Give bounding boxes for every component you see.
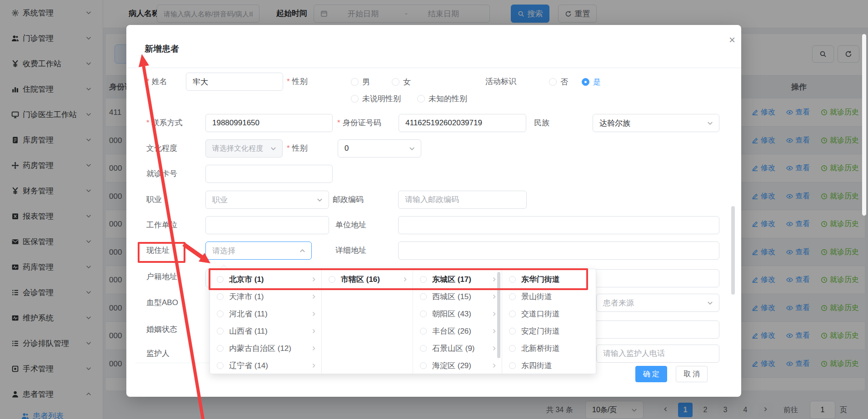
radio-icon[interactable] xyxy=(217,276,224,283)
cascader-option[interactable]: 交道口街道 xyxy=(502,305,596,322)
dialog-title-divider xyxy=(126,68,741,68)
chevron-right-icon xyxy=(491,328,497,334)
cascader-option[interactable]: 河北省 (11) xyxy=(210,305,321,322)
gender-radio-unknown[interactable]: 未知的性别 xyxy=(417,89,467,108)
radio-selected-icon[interactable] xyxy=(582,78,589,86)
address-cascader-panel: 北京市 (1)天津市 (1)河北省 (11)山西省 (11)内蒙古自治区 (12… xyxy=(210,269,596,374)
cascader-option[interactable]: 丰台区 (26) xyxy=(413,322,502,340)
work-unit-label: 工作单位 xyxy=(146,216,177,234)
cascader-option[interactable]: 朝阳区 (43) xyxy=(413,305,502,322)
close-icon[interactable]: × xyxy=(725,33,739,47)
radio-icon[interactable] xyxy=(392,78,399,86)
radio-icon[interactable] xyxy=(329,276,335,283)
confirm-button[interactable]: 确定 xyxy=(635,366,667,382)
postal-code-input[interactable] xyxy=(398,191,527,209)
work-unit-input[interactable] xyxy=(205,216,329,234)
cascader-option[interactable]: 东四街道 xyxy=(502,357,596,374)
detail-address-input[interactable] xyxy=(398,242,719,260)
radio-icon[interactable] xyxy=(509,362,516,369)
radio-icon[interactable] xyxy=(509,276,516,283)
cascader-column-2: 市辖区 (16) xyxy=(322,269,413,374)
modal-scrollbar[interactable] xyxy=(731,206,735,295)
marital-status-label: 婚姻状态 xyxy=(146,320,177,339)
work-address-label: 单位地址 xyxy=(335,216,366,234)
name-input[interactable] xyxy=(186,73,283,91)
radio-icon[interactable] xyxy=(509,328,516,335)
cascader-option[interactable]: 海淀区 (29) xyxy=(413,357,502,374)
cascader-option[interactable]: 天津市 (1) xyxy=(210,288,321,305)
column-scrollbar[interactable] xyxy=(497,272,500,358)
cascader-option[interactable]: 东城区 (17) xyxy=(413,271,502,288)
current-address-label: 现住址 xyxy=(146,242,170,260)
radio-icon[interactable] xyxy=(509,311,516,317)
radio-icon[interactable] xyxy=(420,293,427,300)
chevron-right-icon xyxy=(491,276,497,282)
radio-icon[interactable] xyxy=(351,78,359,86)
radio-icon[interactable] xyxy=(217,311,224,317)
cascader-option[interactable]: 内蒙古自治区 (12) xyxy=(210,340,321,357)
cascader-option[interactable]: 北新桥街道 xyxy=(502,340,596,357)
radio-icon[interactable] xyxy=(217,362,224,369)
cascader-columns: 北京市 (1)天津市 (1)河北省 (11)山西省 (11)内蒙古自治区 (12… xyxy=(210,269,596,374)
cancel-button[interactable]: 取消 xyxy=(676,366,708,382)
radio-icon[interactable] xyxy=(420,345,427,352)
radio-icon[interactable] xyxy=(417,95,425,103)
radio-icon[interactable] xyxy=(509,345,516,352)
radio-icon[interactable] xyxy=(217,293,224,300)
guardian-phone-input[interactable] xyxy=(596,345,719,363)
education-select[interactable]: 请选择文化程度 xyxy=(205,139,283,158)
chevron-right-icon xyxy=(491,363,497,369)
radio-icon[interactable] xyxy=(420,362,427,369)
id-number-input[interactable] xyxy=(399,114,526,132)
contact-input[interactable] xyxy=(205,114,333,132)
radio-icon[interactable] xyxy=(420,311,427,317)
cascader-option[interactable]: 辽宁省 (14) xyxy=(210,357,321,374)
radio-icon[interactable] xyxy=(420,276,427,283)
chevron-right-icon xyxy=(311,294,317,300)
cascader-option[interactable]: 安定门街道 xyxy=(502,322,596,340)
visit-card-label: 就诊卡号 xyxy=(146,165,177,183)
radio-icon[interactable] xyxy=(217,345,224,352)
cascader-option[interactable]: 山西省 (11) xyxy=(210,322,321,340)
page-scrollbar[interactable] xyxy=(862,34,866,216)
chevron-down-icon xyxy=(409,145,415,152)
chevron-down-icon xyxy=(707,120,713,127)
active-flag-radio-yes[interactable]: 是 xyxy=(582,73,601,91)
cascader-option[interactable]: 景山街道 xyxy=(502,288,596,305)
cascader-option[interactable]: 西城区 (15) xyxy=(413,288,502,305)
cascader-option[interactable]: 东华门街道 xyxy=(502,271,596,288)
radio-icon[interactable] xyxy=(420,328,427,335)
chevron-down-icon xyxy=(707,300,713,306)
ethnicity-select[interactable]: 达斡尔族 xyxy=(593,114,719,132)
cascader-column-4: 东华门街道景山街道交道口街道安定门街道北新桥街道东四街道 xyxy=(502,269,596,374)
radio-icon[interactable] xyxy=(549,78,557,86)
chevron-right-icon xyxy=(491,345,497,351)
gender-radio-unstated[interactable]: 未说明性别 xyxy=(351,89,401,108)
patient-source-select[interactable]: 患者来源 xyxy=(596,294,719,312)
chevron-right-icon xyxy=(491,311,497,317)
gender-radio-female[interactable]: 女 xyxy=(392,73,411,91)
cascader-option[interactable]: 石景山区 (9) xyxy=(413,340,502,357)
gender-radio-male[interactable]: 男 xyxy=(351,73,370,91)
radio-icon[interactable] xyxy=(509,293,516,300)
gender-code-select[interactable]: 0 xyxy=(338,139,421,158)
chevron-right-icon xyxy=(402,276,408,282)
active-flag-radio-no[interactable]: 否 xyxy=(549,73,568,91)
work-address-input[interactable] xyxy=(398,216,719,234)
id-number-label: 身份证号码 xyxy=(337,114,381,132)
cascader-option[interactable]: 市辖区 (16) xyxy=(322,271,413,288)
name-label: 姓名 xyxy=(146,73,167,91)
visit-card-input[interactable] xyxy=(205,165,333,183)
cascader-option[interactable]: 北京市 (1) xyxy=(210,271,321,288)
radio-icon[interactable] xyxy=(351,95,359,103)
ethnicity-label: 民族 xyxy=(534,114,549,132)
gender-code-label: 性别 xyxy=(287,139,308,158)
chevron-down-icon xyxy=(316,197,323,203)
occupation-select[interactable]: 职业 xyxy=(205,191,329,209)
gender-label: 性别 xyxy=(287,73,308,91)
active-flag-label: 活动标识 xyxy=(485,73,516,91)
app-root: 系统管理门诊管理收费工作站住院管理门诊医生工作站库房管理药房管理财务管理报表管理… xyxy=(0,0,868,419)
chevron-right-icon xyxy=(311,345,317,351)
radio-icon[interactable] xyxy=(217,328,224,335)
current-address-cascader[interactable]: 请选择 xyxy=(205,242,312,260)
